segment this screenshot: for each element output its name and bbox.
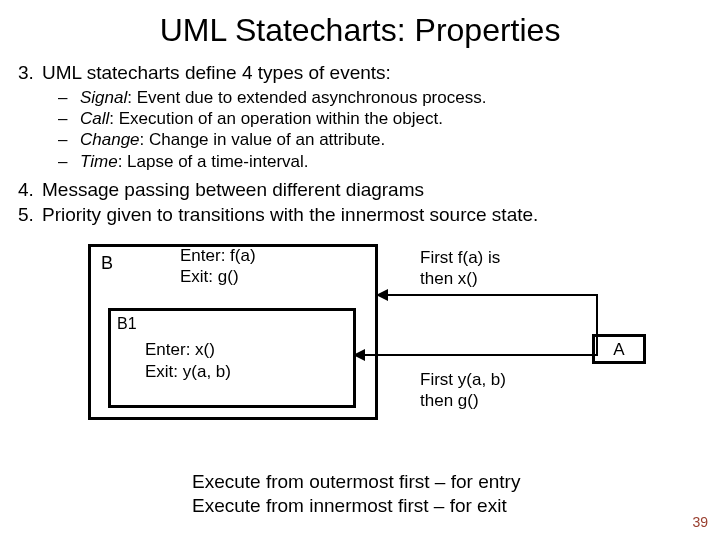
emph-term: Signal [80,88,127,107]
sub-item-signal: Signal: Event due to extended asynchrono… [80,87,702,108]
sub-item-time: Time: Lapse of a time-interval. [80,151,702,172]
list-item-3: 3. UML statecharts define 4 types of eve… [42,61,702,172]
item-text: UML statecharts define 4 types of events… [42,62,391,83]
state-a-box: A [592,334,646,364]
note-line: First f(a) is [420,248,500,268]
emph-term: Change [80,130,140,149]
note-line: then g() [420,391,506,411]
sub-item-change: Change: Change in value of an attribute. [80,129,702,150]
slide-body: 3. UML statecharts define 4 types of eve… [0,61,720,226]
page-number: 39 [692,514,708,530]
item-number: 5. [18,203,34,227]
b1-enter-action: Enter: x() [145,339,231,361]
main-list: 3. UML statecharts define 4 types of eve… [18,61,702,226]
item-number: 4. [18,178,34,202]
sub-rest: : Event due to extended asynchronous pro… [127,88,486,107]
b1-exit-action: Exit: y(a, b) [145,361,231,383]
state-diagram: B Enter: f(a) Exit: g() B1 Enter: x() Ex… [20,244,700,444]
state-b1-box: B1 Enter: x() Exit: y(a, b) [108,308,356,408]
item-text: Message passing between different diagra… [42,179,424,200]
note-line: First y(a, b) [420,370,506,390]
sub-item-call: Call: Execution of an operation within t… [80,108,702,129]
conclusion-line: Execute from innermost first – for exit [192,494,520,518]
item-number: 3. [18,61,34,85]
list-item-5: 5. Priority given to transitions with th… [42,203,702,227]
exit-order-note: First y(a, b) then g() [420,370,506,411]
list-item-4: 4. Message passing between different dia… [42,178,702,202]
b-enter-action: Enter: f(a) [180,246,256,266]
sub-list: Signal: Event due to extended asynchrono… [42,87,702,172]
slide-title: UML Statecharts: Properties [0,0,720,61]
state-b-actions: Enter: f(a) Exit: g() [180,246,256,287]
sub-rest: : Execution of an operation within the o… [109,109,443,128]
conclusion-line: Execute from outermost first – for entry [192,470,520,494]
sub-rest: : Change in value of an attribute. [140,130,386,149]
state-b1-label: B1 [117,315,137,333]
transition-arrow-top [378,294,598,296]
item-text: Priority given to transitions with the i… [42,204,538,225]
emph-term: Time [80,152,118,171]
transition-arrow-bottom [355,354,598,356]
entry-order-note: First f(a) is then x() [420,248,500,289]
emph-term: Call [80,109,109,128]
note-line: then x() [420,269,500,289]
state-b1-actions: Enter: x() Exit: y(a, b) [145,339,231,383]
state-b-label: B [101,253,113,274]
b-exit-action: Exit: g() [180,267,256,287]
sub-rest: : Lapse of a time-interval. [118,152,309,171]
conclusion-text: Execute from outermost first – for entry… [192,470,520,518]
